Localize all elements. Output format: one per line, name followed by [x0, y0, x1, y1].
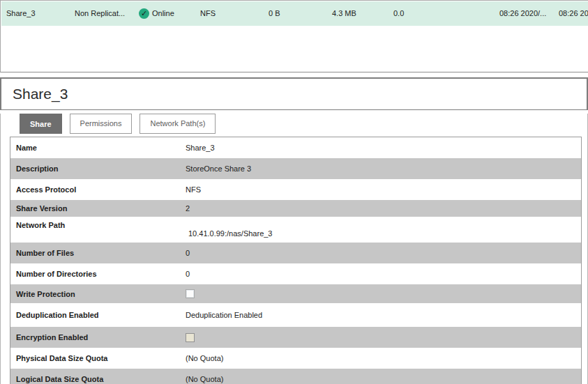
share-modified-cell: 08:26 2020/...	[559, 1, 588, 26]
property-label: Physical Data Size Quota	[10, 354, 186, 362]
property-row: NameShare_3	[10, 137, 581, 158]
property-label: Logical Data Size Quota	[10, 375, 186, 383]
property-value: (No Quota)	[186, 375, 223, 383]
share-status-cell: Online	[152, 1, 174, 26]
property-row: Encryption Enabled	[10, 327, 581, 348]
share-name-cell: Share_3	[6, 1, 36, 26]
property-value: (No Quota)	[186, 354, 223, 362]
property-value: StoreOnce Share 3	[186, 164, 251, 173]
page-title: Share_3	[1, 86, 68, 102]
status-online-check-icon: ✓	[139, 8, 149, 19]
property-label: Encryption Enabled	[10, 333, 186, 341]
property-label: Network Path	[10, 217, 186, 229]
property-label: Number of Directories	[10, 270, 186, 278]
tab-share[interactable]: Share	[20, 114, 62, 134]
share-replication-cell: Non Replicat...	[75, 1, 125, 26]
share-user-data-cell: 0 B	[269, 1, 280, 26]
property-value: 10.41.0.99:/nas/Share_3	[186, 217, 272, 238]
property-label: Number of Files	[10, 249, 186, 257]
share-table-row-selected[interactable]: Share_3 Non Replicat... ✓ Online NFS 0 B…	[1, 1, 588, 26]
tab-permissions[interactable]: Permissions	[70, 114, 133, 134]
property-value: 2	[186, 204, 190, 213]
share-properties-table: NameShare_3DescriptionStoreOnce Share 3A…	[10, 137, 582, 384]
property-value: 0	[186, 249, 190, 257]
share-detail-panel: Share_3 SharePermissionsNetwork Path(s) …	[0, 77, 588, 384]
property-label: Write Protection	[10, 290, 186, 298]
share-size-on-disk-cell: 4.3 MB	[332, 1, 356, 26]
property-row: Write Protection	[10, 284, 581, 303]
property-label: Name	[10, 144, 186, 152]
shares-table: Share_3 Non Replicat... ✓ Online NFS 0 B…	[0, 0, 588, 72]
detail-panel-body: SharePermissionsNetwork Path(s) NameShar…	[0, 114, 588, 384]
property-row: Logical Data Size Quota(No Quota)	[10, 369, 581, 384]
checkbox-unchecked	[186, 333, 195, 342]
property-row: Physical Data Size Quota(No Quota)	[10, 348, 581, 369]
property-label: Deduplication Enabled	[10, 311, 186, 319]
property-row: DescriptionStoreOnce Share 3	[10, 158, 581, 179]
property-row: Network Path10.41.0.99:/nas/Share_3	[10, 217, 581, 243]
detail-tabs: SharePermissionsNetwork Path(s)	[20, 114, 587, 134]
checkbox-unchecked[interactable]	[186, 289, 195, 298]
property-label: Description	[10, 164, 186, 173]
property-row: Number of Files0	[10, 243, 581, 263]
storeonce-share-screen: Share_3 Non Replicat... ✓ Online NFS 0 B…	[0, 0, 588, 384]
property-label: Share Version	[10, 204, 186, 213]
share-created-cell: 08:26 2020/...	[499, 1, 546, 26]
property-value: NFS	[186, 185, 201, 194]
tab-network-path-s[interactable]: Network Path(s)	[140, 114, 216, 134]
property-value: 0	[186, 270, 190, 278]
property-value: Share_3	[186, 144, 215, 152]
share-dedupe-ratio-cell: 0.0	[393, 1, 404, 26]
share-protocol-cell: NFS	[200, 1, 216, 26]
property-row: Deduplication EnabledDeduplication Enabl…	[10, 303, 581, 327]
detail-title-bar: Share_3	[0, 77, 588, 110]
property-label: Access Protocol	[10, 185, 186, 194]
property-row: Access ProtocolNFS	[10, 179, 581, 200]
property-value: Deduplication Enabled	[186, 311, 262, 319]
property-row: Number of Directories0	[10, 263, 581, 284]
property-row: Share Version2	[10, 200, 581, 217]
